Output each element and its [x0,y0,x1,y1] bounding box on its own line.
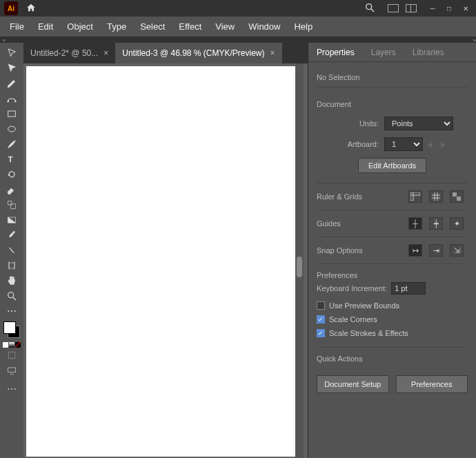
rotate-tool[interactable] [3,167,20,182]
zoom-tool[interactable] [3,288,20,303]
paintbrush-tool[interactable] [3,137,20,152]
fill-stroke-swatch[interactable] [3,321,20,338]
close-icon[interactable]: × [270,48,275,58]
close-icon[interactable]: × [103,48,108,58]
lock-guides-icon[interactable]: ┿ [429,217,443,230]
pen-tool[interactable] [3,76,20,91]
panel-expand-row: « » [0,37,476,43]
artboard-canvas[interactable] [26,66,295,457]
svg-rect-15 [8,352,14,358]
edit-toolbar-icon[interactable]: ⋯ [3,303,20,319]
menu-view[interactable]: View [208,21,241,32]
hand-tool[interactable] [3,273,20,288]
menu-file[interactable]: File [3,21,31,32]
artboard-tool[interactable] [3,258,20,273]
svg-rect-20 [453,192,457,197]
curvature-tool[interactable] [3,91,20,106]
preferences-heading: Preferences [317,271,468,279]
home-icon[interactable] [26,3,36,14]
artboard-select[interactable]: 1 [384,137,423,151]
scale-corners-checkbox[interactable]: ✓ [317,315,325,323]
eraser-tool[interactable] [3,182,20,197]
scrollbar-thumb[interactable] [297,257,302,277]
direct-selection-tool[interactable] [3,61,20,76]
prev-artboard-icon[interactable]: ◀ [427,141,433,148]
smart-guides-icon[interactable]: ✦ [450,217,464,230]
arrange-documents-icon[interactable] [388,4,399,12]
title-bar: Ai ─ □ ✕ [0,0,476,17]
selection-status: No Selection [317,68,468,88]
keyboard-increment-label: Keyboard Increment: [317,284,387,292]
grid-icon[interactable] [429,190,443,203]
maximize-button[interactable]: □ [443,4,455,12]
workspace-switcher-icon[interactable] [406,4,417,12]
svg-rect-16 [8,368,16,372]
menu-object[interactable]: Object [60,21,100,32]
blend-tool[interactable] [3,243,20,258]
menu-type[interactable]: Type [100,21,133,32]
expand-right-icon[interactable]: » [473,37,476,43]
menu-window[interactable]: Window [241,21,287,32]
transparency-grid-icon[interactable] [450,190,464,203]
eyedropper-tool[interactable] [3,228,20,243]
ellipse-tool[interactable] [3,121,20,137]
svg-rect-8 [11,204,16,209]
fill-swatch[interactable] [3,321,16,334]
rectangle-tool[interactable] [3,106,20,121]
show-guides-icon[interactable]: ┼ [408,217,422,230]
keyboard-increment-input[interactable] [391,282,426,295]
snap-point-icon[interactable]: ↦ [408,244,422,257]
svg-point-3 [14,101,16,102]
svg-text:T: T [8,155,13,163]
document-setup-button[interactable]: Document Setup [317,375,389,393]
menu-bar: File Edit Object Type Select Effect View… [0,17,476,37]
preferences-button[interactable]: Preferences [396,375,468,393]
scale-strokes-checkbox[interactable]: ✓ [317,329,325,337]
color-mode-gradient[interactable] [9,342,14,348]
use-preview-bounds-checkbox[interactable] [317,301,325,310]
use-preview-bounds-label: Use Preview Bounds [329,301,399,310]
draw-mode-icon[interactable] [3,348,20,363]
artboard-label: Artboard: [317,140,379,148]
tab-libraries[interactable]: Libraries [404,43,453,61]
document-tab-2[interactable]: Untitled-3 @ 46.98 % (CMYK/Preview) × [115,43,281,63]
scale-tool[interactable] [3,197,20,212]
selection-tool[interactable] [3,46,20,61]
menu-effect[interactable]: Effect [172,21,208,32]
edit-artboards-button[interactable]: Edit Artboards [358,158,426,173]
rulers-icon[interactable] [408,190,422,203]
svg-point-5 [8,126,16,132]
units-select[interactable]: Points [384,117,453,130]
svg-rect-18 [410,192,420,195]
app-icon: Ai [4,1,18,15]
canvas-viewport[interactable] [23,63,308,458]
search-icon[interactable] [364,2,375,15]
snap-grid-icon[interactable]: ⇥ [429,244,443,257]
tab-layers[interactable]: Layers [363,43,404,61]
menu-select[interactable]: Select [133,21,172,32]
menu-help[interactable]: Help [287,21,319,32]
type-tool[interactable]: T [3,152,20,167]
screen-mode-icon[interactable] [3,363,20,378]
minimize-button[interactable]: ─ [426,4,439,12]
next-artboard-icon[interactable]: ▶ [441,141,446,148]
svg-rect-7 [8,201,12,205]
toolbar-more-icon[interactable]: ⋯ [7,384,17,395]
svg-rect-21 [457,197,461,201]
svg-point-2 [8,101,9,102]
gradient-tool[interactable] [3,212,20,228]
color-mode-none[interactable] [15,342,21,348]
menu-edit[interactable]: Edit [31,21,60,32]
expand-left-icon[interactable]: « [3,37,6,43]
document-area: Untitled-2* @ 50... × Untitled-3 @ 46.98… [23,43,308,458]
tab-properties[interactable]: Properties [308,43,363,61]
scale-corners-label: Scale Corners [329,315,377,323]
color-mode-icons[interactable] [3,342,21,348]
snap-pixel-icon[interactable]: ⇲ [450,244,464,257]
vertical-scrollbar[interactable] [295,63,304,458]
quick-actions-heading: Quick Actions [317,355,468,363]
color-mode-color[interactable] [3,342,8,348]
close-button[interactable]: ✕ [459,4,472,12]
document-tab-1[interactable]: Untitled-2* @ 50... × [23,43,115,63]
svg-point-13 [8,292,14,298]
